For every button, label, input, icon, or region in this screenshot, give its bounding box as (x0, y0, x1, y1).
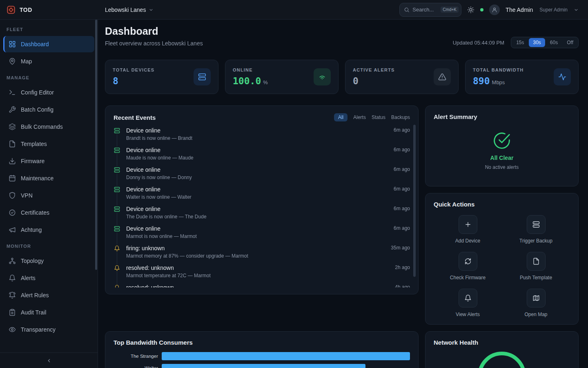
bandwidth-title: Top Bandwidth Consumers (114, 339, 410, 346)
topology-icon (9, 257, 16, 265)
quick-actions-panel: Quick Actions Add Device Trigger Backup … (425, 193, 579, 325)
sidebar-scrollbar[interactable] (95, 20, 97, 270)
bandwidth-chart: The Stranger Walter (114, 352, 410, 368)
sidebar-item-label: Audit Trail (21, 309, 46, 316)
event-title: Device online (126, 225, 197, 232)
wifi-icon (314, 68, 331, 85)
events-tab-alerts[interactable]: Alerts (353, 114, 366, 120)
server-icon (114, 166, 120, 173)
server-icon (114, 225, 120, 232)
sidebar-item-bulk-commands[interactable]: Bulk Commands (3, 119, 94, 135)
refresh-interval-control: 15s 30s 60s Off (511, 37, 579, 48)
sidebar-item-label: Maintenance (21, 175, 53, 182)
health-gauge-ring (478, 352, 526, 368)
sidebar-item-label: Alert Rules (21, 292, 49, 298)
search-input[interactable] (412, 7, 438, 13)
event-subtitle: Marmot temperature at 72C — Marmot (126, 273, 211, 278)
sidebar-item-alerts[interactable]: Alerts (3, 270, 94, 286)
stat-unit: Mbps (492, 79, 505, 85)
server-icon (114, 147, 120, 154)
event-subtitle: Maude is now online — Maude (126, 155, 194, 161)
stat-label: ACTIVE ALERTS (353, 67, 395, 72)
events-tab-all[interactable]: All (334, 113, 347, 121)
event-time: 6m ago (394, 147, 410, 153)
sidebar-item-label: Dashboard (21, 41, 49, 47)
refresh-option-15s[interactable]: 15s (512, 38, 528, 47)
sidebar-item-alert-rules[interactable]: Alert Rules (3, 287, 94, 303)
map-pin-icon (9, 58, 16, 65)
bandwidth-bar-row: The Stranger (114, 352, 410, 360)
event-row[interactable]: resolved: unknownMarmot temperature at 7… (114, 265, 410, 284)
sidebar-item-label: Bulk Commands (21, 123, 63, 130)
quick-action-label: View Alerts (456, 312, 480, 317)
event-row[interactable]: Device onlineBrandt is now online — Bran… (114, 127, 410, 147)
sidebar-item-firmware[interactable]: Firmware (3, 153, 94, 169)
sidebar-item-map[interactable]: Map (3, 53, 94, 70)
file-icon (9, 140, 16, 148)
stat-value: 100.0 (233, 76, 261, 86)
theme-toggle-sun-icon[interactable] (467, 6, 474, 13)
event-title: resolved: unknown (126, 284, 174, 287)
stat-label: TOTAL BANDWIDTH (473, 67, 523, 72)
event-time: 6m ago (394, 186, 410, 192)
quick-action-label: Trigger Backup (519, 238, 552, 244)
server-icon (532, 221, 540, 228)
refresh-option-off[interactable]: Off (563, 38, 577, 47)
sidebar-nav: FLEET Dashboard Map MANAGE Config Editor… (0, 20, 98, 352)
refresh-option-60s[interactable]: 60s (546, 38, 562, 47)
event-time: 35m ago (391, 245, 410, 251)
page-title: Dashboard (105, 25, 203, 37)
events-scrollbar[interactable] (413, 125, 416, 277)
sidebar-item-transparency[interactable]: Transparency (3, 321, 94, 338)
shield-icon (9, 192, 16, 199)
sidebar-item-certificates[interactable]: Certificates (3, 204, 94, 221)
event-row[interactable]: Device onlineThe Dude is now online — Th… (114, 206, 410, 225)
bell-icon (464, 294, 472, 302)
sidebar-item-config-editor[interactable]: Config Editor (3, 84, 94, 101)
sidebar-item-vpn[interactable]: VPN (3, 187, 94, 204)
events-tab-status[interactable]: Status (372, 114, 385, 120)
event-row[interactable]: firing: unknownMarmot memory at 87% — co… (114, 245, 410, 265)
sidebar-item-batch-config[interactable]: Batch Config (3, 101, 94, 118)
sidebar-item-topology[interactable]: Topology (3, 253, 94, 269)
search-box[interactable]: Cmd+K (399, 3, 461, 17)
quick-action-view-alerts[interactable]: View Alerts (434, 289, 502, 317)
event-row[interactable]: Device onlineMarmot is now online — Marm… (114, 225, 410, 245)
user-menu-chevron-down-icon[interactable] (573, 7, 579, 13)
bar-label: Walter (114, 366, 162, 368)
server-icon (114, 127, 120, 134)
alert-summary-status: All Clear (434, 155, 570, 161)
sidebar-item-label: Map (21, 58, 32, 65)
avatar[interactable] (489, 4, 500, 15)
sidebar-item-dashboard[interactable]: Dashboard (3, 36, 94, 52)
search-icon (404, 7, 410, 13)
bar-fill (162, 364, 365, 368)
org-selector[interactable]: Lebowski Lanes (105, 7, 154, 13)
events-tab-backups[interactable]: Backups (391, 114, 410, 120)
sidebar-item-achtung[interactable]: Achtung (3, 222, 94, 238)
event-row[interactable]: Device onlineDonny is now online — Donny… (114, 166, 410, 186)
quick-action-label: Open Map (524, 312, 547, 317)
refresh-option-30s[interactable]: 30s (529, 38, 545, 47)
event-subtitle: Walter is now online — Walter (126, 194, 192, 200)
main-content: Dashboard Fleet overview across Lebowski… (98, 20, 588, 368)
wrench-icon (9, 106, 16, 113)
event-list: Device onlineBrandt is now online — Bran… (114, 127, 410, 287)
event-row[interactable]: Device onlineMaude is now online — Maude… (114, 147, 410, 166)
quick-action-add-device[interactable]: Add Device (434, 215, 502, 244)
stat-value: 8 (113, 76, 118, 86)
quick-action-check-firmware[interactable]: Check Firmware (434, 252, 502, 280)
quick-action-open-map[interactable]: Open Map (502, 289, 570, 317)
stat-unit: % (263, 79, 268, 85)
megaphone-icon (9, 226, 16, 233)
sidebar-collapse-button[interactable] (0, 352, 98, 368)
event-row[interactable]: Device onlineWalter is now online — Walt… (114, 186, 410, 206)
sidebar-item-maintenance[interactable]: Maintenance (3, 170, 94, 186)
sidebar-item-templates[interactable]: Templates (3, 136, 94, 152)
bell-icon (114, 245, 120, 252)
quick-action-push-template[interactable]: Push Template (502, 252, 570, 280)
quick-action-trigger-backup[interactable]: Trigger Backup (502, 215, 570, 244)
event-row[interactable]: resolved: unknown 4h ago (114, 284, 410, 287)
chevron-down-icon (148, 7, 154, 13)
sidebar-item-audit-trail[interactable]: Audit Trail (3, 304, 94, 321)
